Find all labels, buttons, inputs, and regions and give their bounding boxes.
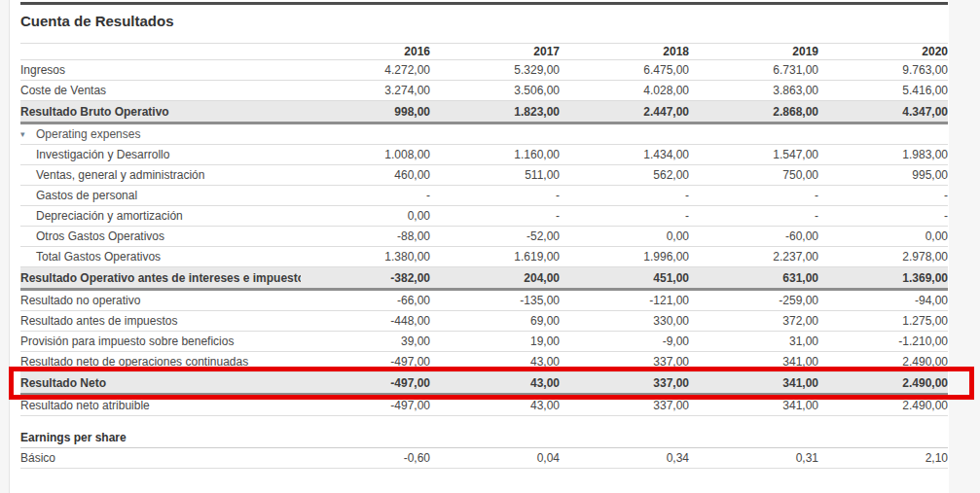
table-row[interactable]: ▾ Operating expenses — [20, 124, 948, 145]
income-statement: Cuenta de Resultados 2016 2017 2018 2019… — [20, 2, 948, 469]
cell-2016: 1.008,00 — [301, 148, 430, 161]
cell-2018: -9,00 — [560, 335, 689, 348]
table-row: ▾ Depreciación y amortización 0,00 - - -… — [20, 206, 948, 227]
cell-2017: 1.619,00 — [430, 250, 560, 264]
row-label-cell: ▾ Resultado Bruto Operativo — [20, 105, 301, 119]
cell-2020: - — [818, 189, 948, 202]
cell-2019: 341,00 — [689, 399, 818, 412]
row-label-cell: ▾ Ventas, general y administración — [20, 168, 301, 182]
cell-2016: 4.272,00 — [301, 63, 430, 77]
cell-2016: 460,00 — [301, 168, 430, 182]
year-header-2016: 2016 — [301, 45, 430, 58]
cell-2016: 1.380,00 — [301, 250, 430, 264]
cell-2017: 3.506,00 — [430, 84, 560, 97]
content-panel: Cuenta de Resultados 2016 2017 2018 2019… — [9, 0, 949, 493]
collapse-caret-icon[interactable]: ▾ — [20, 130, 29, 139]
cell-2018: - — [560, 209, 689, 223]
cell-2017: 5.329,00 — [430, 63, 560, 77]
row-label-cell: ▾ Provisión para impuesto sobre benefici… — [20, 335, 301, 348]
row-label: Earnings per share — [20, 431, 127, 444]
cell-2018: -121,00 — [560, 294, 689, 307]
cell-2018: 337,00 — [560, 355, 689, 369]
row-label: Básico — [20, 451, 55, 465]
row-label-cell: ▾ Resultado Neto — [20, 376, 301, 390]
table-body: ▾ Ingresos 4.272,00 5.329,00 6.475,00 6.… — [20, 60, 948, 469]
year-header-2020: 2020 — [818, 45, 948, 58]
cell-2020: 2,10 — [818, 451, 948, 465]
cell-2017: 69,00 — [430, 314, 560, 328]
cell-2017: - — [430, 189, 560, 202]
cell-2016: -66,00 — [301, 294, 430, 307]
cell-2019: - — [689, 189, 818, 202]
row-label: Resultado no operativo — [20, 294, 140, 307]
cell-2018: 451,00 — [560, 271, 689, 285]
row-label: Resultado neto atribuible — [20, 399, 150, 412]
cell-2018: 0,00 — [560, 229, 689, 243]
cell-2020: -94,00 — [818, 294, 948, 307]
cell-2016: -0,60 — [301, 451, 430, 465]
cell-2017: 43,00 — [430, 399, 560, 412]
row-label: Resultado Operativo antes de intereses e… — [20, 271, 301, 285]
cell-2019: 3.863,00 — [689, 84, 818, 97]
row-label: Total Gastos Operativos — [36, 250, 161, 264]
table-row: ▾ Resultado Operativo antes de intereses… — [20, 267, 948, 291]
row-label: Investigación y Desarrollo — [36, 148, 169, 161]
cell-2016: - — [301, 189, 430, 202]
row-label: Resultado Bruto Operativo — [20, 105, 169, 119]
row-label: Resultado neto de operaciones continuada… — [20, 355, 248, 369]
cell-2019: 1.547,00 — [689, 148, 818, 161]
row-label: Otros Gastos Operativos — [36, 229, 164, 243]
cell-2016: -497,00 — [301, 399, 430, 412]
row-label-cell: ▾ Básico — [20, 451, 301, 465]
cell-2019: 372,00 — [689, 314, 818, 328]
page-title: Cuenta de Resultados — [20, 5, 948, 43]
table-row: ▾ Total Gastos Operativos 1.380,00 1.619… — [20, 247, 948, 267]
row-label-cell: ▾ Resultado Operativo antes de intereses… — [20, 271, 301, 285]
table-row: ▾ Ventas, general y administración 460,0… — [20, 165, 948, 186]
row-label-cell: ▾ Resultado no operativo — [20, 294, 301, 307]
cell-2018: 1.996,00 — [560, 250, 689, 264]
row-label: Operating expenses — [36, 127, 140, 141]
cell-2018: 330,00 — [560, 314, 689, 328]
cell-2017: 511,00 — [430, 168, 560, 182]
cell-2019: 341,00 — [689, 376, 818, 390]
row-label: Gastos de personal — [36, 189, 137, 202]
row-label-cell: ▾ Gastos de personal — [20, 189, 301, 202]
cell-2020: -1.210,00 — [818, 335, 948, 348]
cell-2020: 2.490,00 — [818, 355, 948, 369]
cell-2016: 39,00 — [301, 335, 430, 348]
table-header-row: 2016 2017 2018 2019 2020 — [20, 43, 948, 60]
cell-2017: 43,00 — [430, 376, 560, 390]
cell-2020: 4.347,00 — [818, 105, 948, 119]
row-label: Ingresos — [20, 63, 65, 77]
cell-2017: 19,00 — [430, 335, 560, 348]
row-label-cell: ▾ Resultado antes de impuestos — [20, 314, 301, 328]
cell-2017: 204,00 — [430, 271, 560, 285]
cell-2020: 2.490,00 — [818, 376, 948, 390]
cell-2020: 1.983,00 — [818, 148, 948, 161]
cell-2020: 0,00 — [818, 229, 948, 243]
table-row: ▾ Resultado no operativo -66,00 -135,00 … — [20, 291, 948, 311]
table-row: ▾ Otros Gastos Operativos -88,00 -52,00 … — [20, 227, 948, 247]
table-row: ▾ Resultado Bruto Operativo 998,00 1.823… — [20, 101, 948, 124]
year-header-2019: 2019 — [689, 45, 818, 58]
cell-2017: 1.823,00 — [430, 105, 560, 119]
cell-2018: 337,00 — [560, 399, 689, 412]
cell-2016: -448,00 — [301, 314, 430, 328]
cell-2020: 1.275,00 — [818, 314, 948, 328]
row-label: Coste de Ventas — [20, 84, 106, 97]
cell-2019: 31,00 — [689, 335, 818, 348]
table-row: ▾ Ingresos 4.272,00 5.329,00 6.475,00 6.… — [20, 60, 948, 81]
row-label-cell: ▾ Coste de Ventas — [20, 84, 301, 97]
cell-2020: 995,00 — [818, 168, 948, 182]
cell-2016: -382,00 — [301, 271, 430, 285]
cell-2020: 2.978,00 — [818, 250, 948, 264]
row-label-cell: ▾ Ingresos — [20, 63, 301, 77]
cell-2018: 1.434,00 — [560, 148, 689, 161]
year-header-2018: 2018 — [560, 45, 689, 58]
table-row: ▾ Coste de Ventas 3.274,00 3.506,00 4.02… — [20, 81, 948, 101]
cell-2019: 341,00 — [689, 355, 818, 369]
cell-2017: 43,00 — [430, 355, 560, 369]
cell-2019: 0,31 — [689, 451, 818, 465]
row-label: Resultado antes de impuestos — [20, 314, 177, 328]
